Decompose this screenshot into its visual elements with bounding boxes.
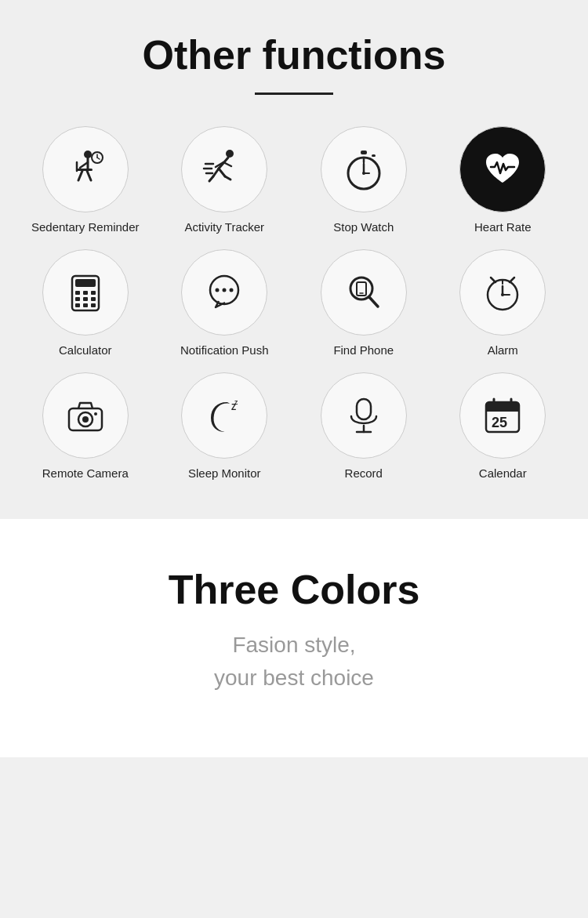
page-title: Other functions bbox=[16, 31, 572, 78]
svg-rect-36 bbox=[75, 303, 80, 307]
svg-rect-33 bbox=[75, 297, 80, 301]
stop-watch-icon bbox=[341, 147, 387, 192]
alarm-icon bbox=[480, 270, 525, 315]
svg-rect-2 bbox=[77, 169, 93, 171]
find-phone-label: Find Phone bbox=[333, 343, 394, 357]
calendar-circle: 25 bbox=[459, 372, 546, 459]
sedentary-reminder-icon bbox=[63, 147, 108, 192]
alarm-label: Alarm bbox=[488, 343, 518, 357]
svg-rect-21 bbox=[361, 151, 367, 154]
svg-line-12 bbox=[213, 169, 219, 176]
notification-push-circle bbox=[181, 249, 267, 336]
svg-line-17 bbox=[223, 162, 231, 166]
icon-item-sleep-monitor: Z Z Sleep Monitor bbox=[159, 372, 291, 480]
heart-rate-circle bbox=[459, 126, 546, 212]
alarm-circle bbox=[459, 249, 546, 336]
colors-title: Three Colors bbox=[16, 566, 572, 613]
calculator-label: Calculator bbox=[59, 343, 112, 357]
icon-item-alarm: Alarm bbox=[437, 249, 569, 357]
bottom-section: Three Colors Fasion style,your best choi… bbox=[0, 519, 588, 757]
svg-rect-38 bbox=[91, 303, 96, 307]
calendar-label: Calendar bbox=[479, 466, 527, 480]
svg-rect-31 bbox=[83, 291, 88, 295]
svg-text:25: 25 bbox=[492, 415, 507, 430]
svg-rect-34 bbox=[83, 297, 88, 301]
find-phone-icon bbox=[341, 270, 387, 315]
svg-point-40 bbox=[216, 288, 220, 292]
activity-tracker-circle bbox=[181, 126, 267, 212]
svg-line-3 bbox=[78, 171, 82, 180]
find-phone-circle bbox=[321, 249, 407, 336]
remote-camera-circle bbox=[42, 372, 129, 459]
icon-item-stop-watch: Stop Watch bbox=[298, 126, 430, 234]
icon-item-calculator: Calculator bbox=[20, 249, 151, 357]
stop-watch-label: Stop Watch bbox=[333, 220, 394, 234]
sedentary-reminder-label: Sedentary Reminder bbox=[31, 220, 140, 234]
svg-rect-22 bbox=[372, 154, 376, 157]
heart-rate-icon bbox=[480, 147, 525, 192]
icon-item-activity-tracker: Activity Tracker bbox=[159, 126, 291, 234]
svg-line-44 bbox=[369, 297, 378, 307]
icon-item-remote-camera: Remote Camera bbox=[20, 372, 151, 480]
stop-watch-circle bbox=[321, 126, 407, 212]
svg-point-10 bbox=[226, 150, 234, 158]
activity-tracker-icon bbox=[201, 147, 247, 192]
sleep-monitor-label: Sleep Monitor bbox=[188, 466, 261, 480]
svg-point-42 bbox=[230, 288, 234, 292]
calendar-icon: 25 bbox=[480, 393, 525, 438]
top-section: Other functions bbox=[0, 0, 588, 519]
svg-point-57 bbox=[94, 412, 97, 415]
calculator-circle bbox=[42, 249, 129, 336]
svg-rect-30 bbox=[75, 291, 80, 295]
icon-item-sedentary-reminder: Sedentary Reminder bbox=[20, 126, 151, 234]
svg-line-4 bbox=[87, 171, 91, 180]
svg-point-41 bbox=[223, 288, 227, 292]
svg-rect-32 bbox=[91, 291, 96, 295]
icon-item-find-phone: Find Phone bbox=[298, 249, 430, 357]
notification-push-icon bbox=[201, 270, 247, 315]
colors-subtitle: Fasion style,your best choice bbox=[16, 629, 572, 695]
icon-item-record: Record bbox=[298, 372, 430, 480]
icons-grid: Sedentary Reminder bbox=[20, 126, 568, 480]
sedentary-reminder-circle bbox=[42, 126, 129, 212]
svg-text:Z: Z bbox=[234, 400, 238, 405]
svg-rect-35 bbox=[91, 297, 96, 301]
sleep-monitor-circle: Z Z bbox=[181, 372, 267, 459]
svg-line-9 bbox=[97, 158, 100, 159]
svg-line-53 bbox=[510, 278, 514, 282]
calculator-icon bbox=[63, 270, 108, 315]
heart-rate-label: Heart Rate bbox=[474, 220, 532, 234]
record-circle bbox=[321, 372, 407, 459]
remote-camera-icon bbox=[63, 393, 108, 438]
sleep-monitor-icon: Z Z bbox=[201, 393, 247, 438]
svg-line-14 bbox=[219, 169, 225, 176]
svg-line-13 bbox=[209, 176, 213, 181]
icon-item-heart-rate: Heart Rate bbox=[437, 126, 569, 234]
svg-rect-37 bbox=[83, 303, 88, 307]
svg-rect-65 bbox=[486, 407, 519, 412]
icon-item-notification-push: Notification Push bbox=[159, 249, 291, 357]
svg-point-51 bbox=[501, 293, 504, 296]
svg-point-56 bbox=[82, 416, 89, 423]
icon-item-calendar: 25 Calendar bbox=[437, 372, 569, 480]
activity-tracker-label: Activity Tracker bbox=[184, 220, 264, 234]
notification-push-label: Notification Push bbox=[180, 343, 269, 357]
svg-rect-60 bbox=[357, 399, 371, 419]
title-divider bbox=[255, 93, 333, 95]
remote-camera-label: Remote Camera bbox=[42, 466, 129, 480]
svg-line-52 bbox=[491, 278, 495, 282]
svg-rect-29 bbox=[75, 279, 96, 287]
svg-line-15 bbox=[225, 176, 230, 180]
record-label: Record bbox=[345, 466, 383, 480]
record-icon bbox=[341, 393, 387, 438]
